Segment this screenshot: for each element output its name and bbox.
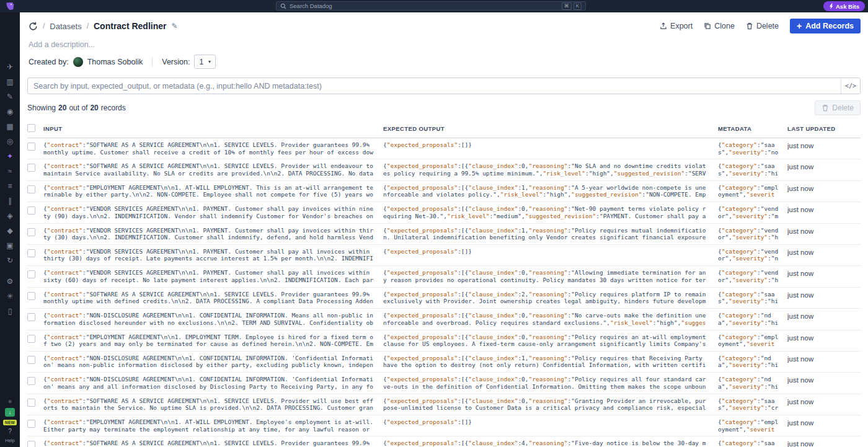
expected-output-cell: {"expected_proposals":[{"clause_index":2… xyxy=(383,291,718,305)
input-cell: {"contract":"VENDOR SERVICES AGREEMENT\n… xyxy=(43,269,383,283)
expected-output-cell: {"expected_proposals":[]} xyxy=(383,248,718,262)
plus-icon: + xyxy=(797,22,802,30)
row-checkbox[interactable] xyxy=(27,206,35,215)
metadata-cell: {"category":"saas","severity":"critical"… xyxy=(718,397,787,412)
table-row[interactable]: {"contract":"SOFTWARE AS A SERVICE AGREE… xyxy=(27,138,861,159)
row-checkbox[interactable] xyxy=(27,228,35,236)
table-row[interactable]: {"contract":"SOFTWARE AS A SERVICE AGREE… xyxy=(27,288,861,309)
new-badge: NEW xyxy=(3,420,17,425)
datadog-agent-icon[interactable]: ● xyxy=(7,397,12,405)
cmd-key: ⌘ xyxy=(562,2,572,10)
download-updates-icon[interactable]: ↓ xyxy=(5,408,15,417)
record-search-input[interactable] xyxy=(28,78,841,94)
infrastructure-icon[interactable]: ▦ xyxy=(0,119,20,134)
table-row[interactable]: {"contract":"VENDOR SERVICES AGREEMENT\n… xyxy=(27,266,861,287)
row-checkbox[interactable] xyxy=(27,270,35,278)
dashboards-icon[interactable]: ▥ xyxy=(0,74,20,89)
metadata-cell: {"category":"saas","severity":"medium"} xyxy=(718,440,787,447)
apm-icon[interactable]: ◎ xyxy=(0,134,20,149)
datadog-logo-icon[interactable] xyxy=(4,1,14,11)
logs-icon[interactable]: ≡ xyxy=(0,179,20,193)
metadata-cell: {"category":"nda","severity":"high"} xyxy=(718,312,787,326)
version-value: 1 xyxy=(199,58,203,66)
export-icon xyxy=(660,22,667,30)
table-row[interactable]: {"contract":"VENDOR SERVICES AGREEMENT\n… xyxy=(27,245,861,266)
table-row[interactable]: {"contract":"EMPLOYMENT AGREEMENT\n\n1. … xyxy=(27,181,861,202)
ci-cd-icon[interactable]: ∥ xyxy=(0,193,20,208)
ask-bits-button[interactable]: Ask Bits xyxy=(823,1,865,11)
avatar xyxy=(73,57,83,67)
last-updated-cell: just now xyxy=(787,205,861,223)
row-checkbox[interactable] xyxy=(27,356,35,364)
bulk-delete-button[interactable]: Delete xyxy=(815,100,861,115)
column-header-metadata[interactable]: METADATA xyxy=(718,125,787,132)
table-row[interactable]: {"contract":"SOFTWARE AS A SERVICE AGREE… xyxy=(27,394,861,415)
chevron-down-icon: ▾ xyxy=(208,59,211,64)
synthetics-icon[interactable]: ↻ xyxy=(0,253,20,268)
help-icon[interactable]: ? xyxy=(8,428,12,435)
row-checkbox[interactable] xyxy=(27,399,35,407)
notebooks-icon[interactable]: ✎ xyxy=(0,89,20,104)
add-records-button[interactable]: + Add Records xyxy=(790,19,861,33)
shown-count: 20 xyxy=(58,104,66,112)
input-cell: {"contract":"SOFTWARE AS A SERVICE AGREE… xyxy=(43,440,383,447)
last-updated-cell: just now xyxy=(787,269,861,286)
row-checkbox[interactable] xyxy=(27,143,35,151)
breadcrumb-separator: / xyxy=(87,22,89,30)
bolt-icon xyxy=(829,3,833,10)
global-search[interactable]: Search Datadog ⌘ K xyxy=(276,1,586,11)
page-header: / Datasets / Contract Redliner ✎ Export … xyxy=(29,18,861,34)
version-label: Version: xyxy=(162,58,190,66)
column-header-expected-output[interactable]: EXPECTED OUTPUT xyxy=(383,125,718,132)
profiling-icon[interactable]: ✳ xyxy=(0,289,20,304)
table-row[interactable]: {"contract":"EMPLOYMENT AGREEMENT\n\n1. … xyxy=(27,330,861,352)
watchdog-icon[interactable]: ◉ xyxy=(0,104,20,119)
metadata-cell: {"category":"nda","severity":"high"} xyxy=(718,376,787,390)
metadata-cell: {"category":"saas","severity":"none"} xyxy=(718,141,787,156)
input-cell: {"contract":"NON-DISCLOSURE AGREEMENT\n\… xyxy=(43,312,383,326)
breadcrumb-datasets-link[interactable]: Datasets xyxy=(50,22,81,31)
row-checkbox[interactable] xyxy=(27,249,35,257)
table-row[interactable]: {"contract":"NON-DISCLOSURE AGREEMENT\n\… xyxy=(27,309,861,330)
help-label[interactable]: Help xyxy=(5,438,14,443)
row-checkbox[interactable] xyxy=(27,420,35,428)
edit-title-icon[interactable]: ✎ xyxy=(171,22,177,30)
trash-icon xyxy=(746,22,753,30)
pin-icon[interactable]: ✈ xyxy=(0,60,20,74)
breadcrumb-separator: / xyxy=(43,22,45,30)
table-row[interactable]: {"contract":"NON-DISCLOSURE AGREEMENT\n\… xyxy=(27,352,861,373)
service-catalog-icon[interactable]: ▣ xyxy=(0,238,20,253)
table-row[interactable]: {"contract":"SOFTWARE AS A SERVICE AGREE… xyxy=(27,436,861,447)
description-placeholder[interactable]: Add a description... xyxy=(29,40,861,49)
llm-observability-icon[interactable]: ✦ xyxy=(0,149,20,164)
security-icon[interactable]: ◆ xyxy=(0,223,20,238)
delete-button[interactable]: Delete xyxy=(746,22,779,30)
clone-button[interactable]: Clone xyxy=(704,22,735,30)
version-select[interactable]: 1 ▾ xyxy=(194,55,216,69)
table-row[interactable]: {"contract":"VENDOR SERVICES AGREEMENT\n… xyxy=(27,202,861,223)
row-checkbox[interactable] xyxy=(27,292,35,300)
row-checkbox[interactable] xyxy=(27,335,35,343)
error-tracking-icon[interactable]: ◈ xyxy=(0,208,20,223)
row-checkbox[interactable] xyxy=(27,185,35,193)
table-row[interactable]: {"contract":"EMPLOYMENT AGREEMENT\n\n1. … xyxy=(27,415,861,436)
row-checkbox[interactable] xyxy=(27,377,35,385)
settings-gear-icon[interactable]: ⚙ xyxy=(0,274,20,289)
row-checkbox[interactable] xyxy=(27,164,35,172)
export-button[interactable]: Export xyxy=(660,22,693,30)
mobile-icon[interactable]: ▯ xyxy=(0,304,20,319)
table-row[interactable]: {"contract":"VENDOR SERVICES AGREEMENT\n… xyxy=(27,224,861,245)
code-editor-toggle-icon[interactable]: </> xyxy=(841,78,860,94)
metrics-icon[interactable]: ≈ xyxy=(0,164,20,179)
metadata-cell: {"category":"employment","severity":"hig… xyxy=(718,184,787,198)
table-row[interactable]: {"contract":"NON-DISCLOSURE AGREEMENT\n\… xyxy=(27,373,861,394)
select-all-checkbox[interactable] xyxy=(27,124,35,132)
last-updated-cell: just now xyxy=(787,141,861,159)
row-checkbox[interactable] xyxy=(27,441,35,447)
row-checkbox[interactable] xyxy=(27,313,35,321)
column-header-last-updated[interactable]: LAST UPDATED xyxy=(787,125,861,132)
last-updated-cell: just now xyxy=(787,184,861,201)
column-header-input[interactable]: INPUT xyxy=(43,125,383,132)
table-row[interactable]: {"contract":"SOFTWARE AS A SERVICE AGREE… xyxy=(27,159,861,180)
total-count: 20 xyxy=(90,104,98,112)
